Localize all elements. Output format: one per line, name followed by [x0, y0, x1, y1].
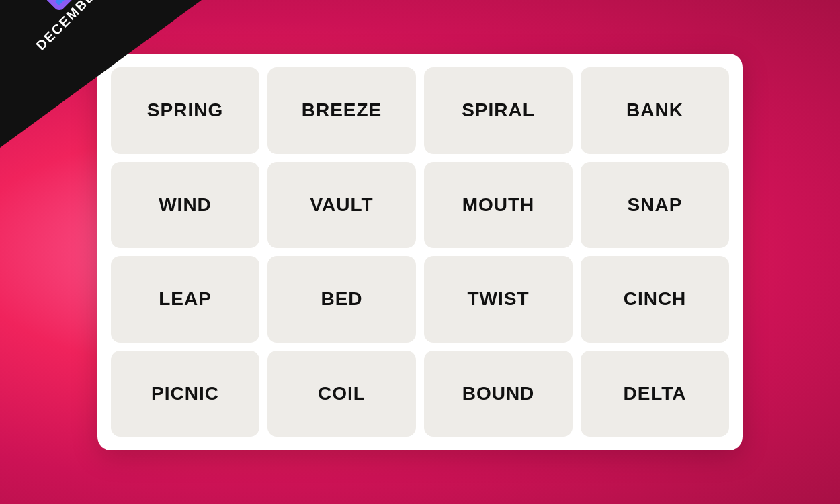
word-card-leap[interactable]: LEAP	[111, 256, 259, 343]
word-label: BREEZE	[302, 99, 382, 121]
word-label: COIL	[318, 383, 366, 405]
word-label: SPIRAL	[462, 99, 535, 121]
word-label: VAULT	[310, 194, 373, 216]
word-label: SNAP	[628, 194, 683, 216]
word-label: BED	[321, 288, 362, 310]
word-label: WIND	[159, 194, 212, 216]
word-label: MOUTH	[462, 194, 535, 216]
word-label: BOUND	[462, 383, 535, 405]
word-card-bank[interactable]: BANK	[581, 67, 729, 154]
game-board: SPRINGBREEZESPIRALBANKWINDVAULTMOUTHSNAP…	[97, 54, 743, 450]
word-card-vault[interactable]: VAULT	[267, 162, 416, 249]
word-card-bound[interactable]: BOUND	[424, 351, 573, 437]
word-label: BANK	[626, 99, 683, 121]
word-card-spiral[interactable]: SPIRAL	[424, 67, 573, 154]
word-card-cinch[interactable]: CINCH	[581, 256, 729, 343]
word-label: SPRING	[147, 99, 223, 121]
word-card-picnic[interactable]: PICNIC	[111, 351, 259, 437]
word-card-coil[interactable]: COIL	[267, 351, 416, 437]
word-card-mouth[interactable]: MOUTH	[424, 162, 573, 249]
word-label: TWIST	[467, 288, 529, 310]
word-card-snap[interactable]: SNAP	[581, 162, 729, 249]
word-label: DELTA	[623, 383, 686, 405]
word-card-twist[interactable]: TWIST	[424, 256, 573, 343]
word-card-spring[interactable]: SPRING	[111, 67, 259, 154]
word-label: LEAP	[159, 288, 212, 310]
word-card-breeze[interactable]: BREEZE	[267, 67, 416, 154]
word-card-delta[interactable]: DELTA	[581, 351, 729, 437]
word-card-bed[interactable]: BED	[267, 256, 416, 343]
word-label: PICNIC	[151, 383, 219, 405]
word-label: CINCH	[624, 288, 687, 310]
word-card-wind[interactable]: WIND	[111, 162, 259, 249]
